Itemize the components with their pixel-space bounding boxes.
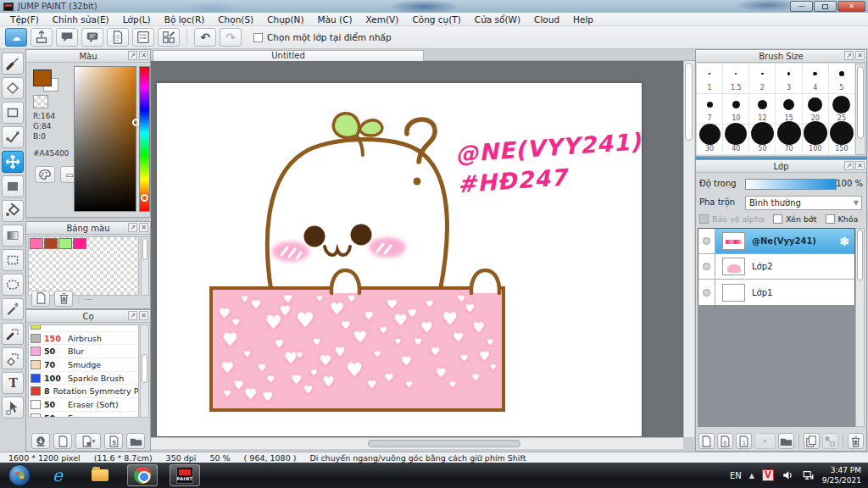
palette-swatch[interactable]: [58, 238, 72, 249]
layer-menu-button[interactable]: ▾: [754, 433, 775, 449]
brush-size-option[interactable]: 1: [697, 64, 723, 94]
export-button[interactable]: [31, 28, 53, 47]
duplicate-layer-button[interactable]: [804, 433, 820, 449]
start-button[interactable]: [8, 464, 31, 486]
gear-icon[interactable]: ✽: [839, 235, 849, 248]
hidden-icons-button[interactable]: ▲: [749, 472, 754, 480]
popout-icon[interactable]: ↗: [844, 51, 854, 60]
brush-size-option[interactable]: 5: [829, 64, 855, 94]
layer-scrollbar[interactable]: [855, 228, 865, 427]
volume-icon[interactable]: [782, 469, 794, 481]
script-brush-button[interactable]: S: [104, 433, 123, 449]
canvas-tab[interactable]: Untitled: [153, 50, 424, 61]
lasso-tool[interactable]: [2, 274, 24, 296]
taskbar-chrome[interactable]: [127, 464, 158, 486]
brush-item[interactable]: 150 Airbrush: [29, 332, 138, 346]
palette-swatch[interactable]: [73, 238, 86, 249]
layer-scrollbar-thumb[interactable]: [857, 230, 863, 280]
menu-item[interactable]: Lớp(L): [116, 14, 158, 25]
menu-item[interactable]: Công cụ(T): [405, 14, 467, 25]
comment-button[interactable]: [56, 28, 78, 47]
canvas-vertical-scrollbar[interactable]: [683, 61, 694, 437]
add-layer-8bit-button[interactable]: 8: [717, 433, 733, 449]
magic-wand-tool[interactable]: [2, 298, 24, 320]
brush-size-option[interactable]: 150: [829, 125, 855, 155]
layer-visibility-toggle[interactable]: [698, 254, 715, 279]
brush-size-option[interactable]: 20: [803, 94, 829, 125]
download-brush-button[interactable]: [31, 433, 50, 449]
language-indicator[interactable]: EN: [730, 471, 742, 480]
delete-layer-button[interactable]: [848, 433, 864, 449]
layer-item[interactable]: Lớp1: [698, 280, 854, 305]
document-settings-button[interactable]: [132, 28, 154, 47]
canvas-horizontal-scrollbar[interactable]: [151, 437, 683, 449]
taskbar-jump-paint[interactable]: PAINT: [170, 464, 200, 486]
select-layer-checkbox[interactable]: Chọn một lớp tại điểm nhấp: [253, 32, 392, 42]
transparent-color-swatch[interactable]: [33, 95, 48, 108]
brush-size-option[interactable]: 7: [697, 94, 723, 125]
hue-selector-icon[interactable]: [141, 194, 148, 202]
control-point-tool[interactable]: [2, 126, 24, 148]
select-rectangle-tool[interactable]: [2, 249, 24, 271]
move-tool[interactable]: [2, 151, 24, 173]
bucket-tool[interactable]: [2, 200, 24, 222]
brush-size-option[interactable]: 15: [776, 94, 802, 125]
close-button[interactable]: ✕: [837, 1, 865, 12]
redo-button[interactable]: ↷: [220, 28, 242, 47]
close-icon[interactable]: ✕: [139, 223, 148, 232]
document-button[interactable]: [107, 28, 129, 47]
palette-swatch-area[interactable]: [28, 236, 139, 296]
layer-visibility-toggle[interactable]: [698, 229, 715, 253]
brush-size-option[interactable]: 100: [803, 125, 829, 155]
taskbar-internet-explorer[interactable]: e: [42, 464, 73, 486]
text-tool[interactable]: T: [2, 372, 24, 394]
lock-checkbox[interactable]: Khóa: [826, 214, 859, 224]
palette-swatch[interactable]: [30, 238, 43, 249]
popout-icon[interactable]: ↗: [128, 311, 137, 320]
menu-item[interactable]: Help: [566, 14, 600, 25]
menu-item[interactable]: Màu (C): [311, 14, 359, 25]
close-icon[interactable]: ✕: [139, 311, 148, 320]
menu-item[interactable]: Xem(V): [359, 14, 406, 25]
brush-menu-button[interactable]: ▾: [75, 433, 101, 449]
palette-mode-button[interactable]: [35, 166, 55, 183]
cloud-save-button[interactable]: ☁: [5, 28, 27, 47]
menu-item[interactable]: Bộ lọc(R): [158, 14, 212, 25]
vertical-scrollbar-thumb[interactable]: [685, 63, 693, 141]
hue-bar[interactable]: [139, 66, 150, 212]
brush-size-option[interactable]: 1.5: [723, 64, 749, 94]
brush-item[interactable]: 50 Blur: [29, 345, 138, 358]
brush-item-partial[interactable]: [29, 324, 138, 332]
add-palette-color-button[interactable]: [31, 291, 50, 307]
brush-size-option[interactable]: 10: [723, 94, 749, 125]
select-pen-tool[interactable]: [2, 323, 24, 345]
brush-scrollbar[interactable]: [140, 324, 149, 418]
layer-folder-button[interactable]: [778, 433, 794, 449]
opacity-slider[interactable]: [745, 179, 837, 190]
canvas-viewport[interactable]: @NE(VYY241) #HĐ247 ♥♥♥♥♥♥♥♥♥♥♥♥♥♥♥♥♥♥♥♥♥…: [151, 61, 683, 437]
select-eraser-tool[interactable]: [2, 347, 24, 369]
brush-size-option[interactable]: 4: [803, 64, 829, 94]
add-layer-button[interactable]: [698, 433, 715, 449]
saturation-value-picker[interactable]: [74, 66, 136, 212]
brush-item[interactable]: 8 Rotation Symmetry Pe: [29, 385, 138, 398]
brush-item[interactable]: 100 Sparkle Brush: [29, 372, 138, 385]
brush-scrollbar-thumb[interactable]: [142, 354, 147, 383]
palette-scrollbar[interactable]: [141, 236, 149, 296]
comment-list-button[interactable]: [81, 28, 103, 47]
close-icon[interactable]: ✕: [139, 51, 148, 60]
layer-item[interactable]: @Ne(Vyy241) ✽: [698, 229, 854, 254]
popout-icon[interactable]: ↗: [844, 161, 854, 170]
palette-swatch[interactable]: [44, 238, 58, 249]
add-layer-1bit-button[interactable]: 1: [736, 433, 752, 449]
menu-item[interactable]: Tệp(F): [3, 14, 46, 25]
shape-tool[interactable]: [2, 102, 24, 124]
clock[interactable]: 3:47 PM 9/25/2021: [822, 465, 861, 485]
drawing-canvas[interactable]: @NE(VYY241) #HĐ247 ♥♥♥♥♥♥♥♥♥♥♥♥♥♥♥♥♥♥♥♥♥…: [157, 83, 642, 436]
foreground-color-swatch[interactable]: [33, 69, 52, 86]
brush-item[interactable]: 50 Eraser: [29, 412, 138, 418]
fill-rectangle-tool[interactable]: [2, 175, 24, 197]
gradient-tool[interactable]: [2, 225, 24, 247]
menu-item[interactable]: Chỉnh sửa(E): [46, 14, 116, 25]
menu-item[interactable]: Chụp(N): [260, 14, 310, 25]
